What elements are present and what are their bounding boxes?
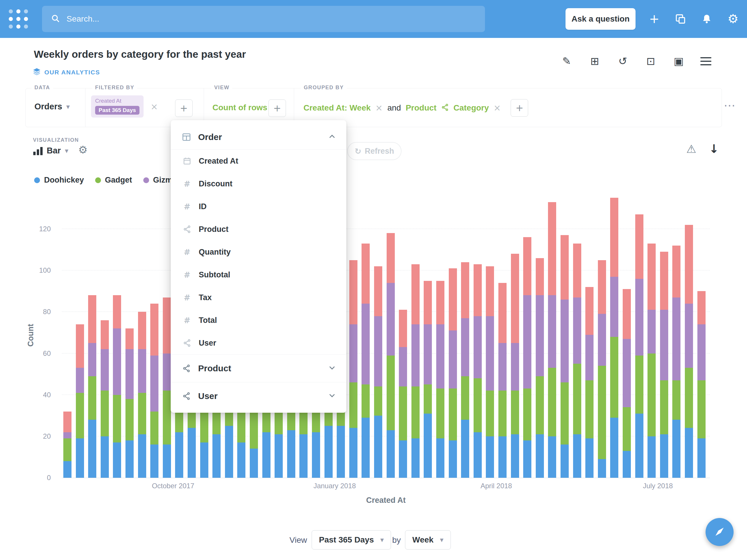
bar-segment-gizmo[interactable]	[76, 368, 84, 393]
bar-segment-gizmo[interactable]	[660, 310, 668, 380]
add-to-dashboard-icon[interactable]: ⊞	[588, 55, 601, 68]
bar-segment-gizmo[interactable]	[473, 316, 482, 378]
bar-segment-gizmo[interactable]	[685, 303, 693, 368]
field-item-discount[interactable]: #Discount	[171, 172, 346, 195]
sticker-icon[interactable]: ⊡	[644, 55, 657, 68]
bar-segment-doohickey[interactable]	[200, 443, 208, 478]
download-icon[interactable]: ↓	[709, 143, 719, 155]
field-item-product[interactable]: Product	[171, 218, 346, 241]
bar-segment-widget[interactable]	[461, 262, 469, 318]
bar-segment-widget[interactable]	[63, 411, 72, 432]
bar-segment-gizmo[interactable]	[461, 318, 469, 376]
bar-segment-gizmo[interactable]	[548, 295, 556, 368]
bar-segment-gizmo[interactable]	[498, 343, 507, 391]
bar-segment-gadget[interactable]	[138, 393, 146, 434]
bar-segment-gadget[interactable]	[362, 384, 370, 418]
bar-segment-doohickey[interactable]	[101, 436, 109, 478]
dropdown-section-order[interactable]: Order	[171, 125, 346, 149]
bar-segment-gizmo[interactable]	[697, 324, 705, 380]
menu-burger-icon[interactable]	[700, 57, 712, 65]
bar-segment-gadget[interactable]	[436, 389, 444, 438]
bar-segment-widget[interactable]	[498, 283, 507, 343]
collections-icon[interactable]	[673, 12, 688, 26]
bar-segment-widget[interactable]	[387, 233, 395, 283]
bar-segment-gizmo[interactable]	[113, 328, 121, 395]
bar-segment-gadget[interactable]	[598, 366, 606, 459]
bar-segment-widget[interactable]	[573, 243, 581, 297]
bar-segment-widget[interactable]	[585, 287, 594, 335]
bar-segment-gadget[interactable]	[672, 380, 680, 420]
bar-segment-doohickey[interactable]	[610, 418, 618, 478]
bar-segment-doohickey[interactable]	[411, 438, 420, 478]
bar-segment-gadget[interactable]	[163, 391, 171, 445]
bar-segment-gizmo[interactable]	[374, 316, 382, 387]
bar-segment-doohickey[interactable]	[275, 434, 283, 478]
bar-segment-widget[interactable]	[424, 281, 432, 324]
bar-segment-widget[interactable]	[411, 264, 420, 324]
bar-segment-widget[interactable]	[362, 243, 370, 303]
dropdown-section-product[interactable]: Product	[171, 355, 346, 382]
bar-segment-widget[interactable]	[598, 260, 606, 314]
bar-segment-doohickey[interactable]	[635, 414, 643, 478]
bar-segment-gizmo[interactable]	[598, 314, 606, 366]
bar-segment-doohickey[interactable]	[188, 428, 196, 478]
bar-segment-doohickey[interactable]	[362, 418, 370, 478]
field-item-subtotal[interactable]: #Subtotal	[171, 263, 346, 286]
bar-segment-gizmo[interactable]	[150, 355, 158, 411]
bar-segment-widget[interactable]	[349, 260, 357, 324]
bar-segment-gadget[interactable]	[473, 378, 482, 432]
bar-segment-doohickey[interactable]	[536, 434, 544, 478]
bar-segment-gizmo[interactable]	[411, 324, 420, 386]
bar-segment-gizmo[interactable]	[138, 349, 146, 393]
bar-segment-gizmo[interactable]	[511, 343, 519, 391]
bar-segment-gizmo[interactable]	[672, 297, 680, 380]
more-options-icon[interactable]: ⋯	[724, 100, 735, 111]
bar-segment-gadget[interactable]	[411, 386, 420, 438]
bar-segment-doohickey[interactable]	[511, 434, 519, 478]
bar-segment-gizmo[interactable]	[523, 295, 531, 389]
field-item-quantity[interactable]: #Quantity	[171, 241, 346, 263]
warning-icon[interactable]: ⚠	[686, 143, 696, 155]
bar-segment-doohickey[interactable]	[163, 445, 171, 478]
bar-segment-widget[interactable]	[101, 320, 109, 349]
bar-segment-gadget[interactable]	[150, 411, 158, 445]
breakout-pill-week[interactable]: Created At: Week	[304, 103, 370, 113]
bar-segment-doohickey[interactable]	[548, 436, 556, 478]
bar-segment-gizmo[interactable]	[647, 310, 656, 353]
bar-segment-gizmo[interactable]	[623, 339, 631, 407]
edit-pencil-icon[interactable]: ✎	[560, 55, 573, 68]
bar-segment-gizmo[interactable]	[635, 279, 643, 355]
bar-segment-widget[interactable]	[163, 297, 171, 353]
add-breakout-button[interactable]: +	[511, 99, 528, 117]
move-collection-icon[interactable]: ▣	[672, 55, 685, 68]
metabase-logo-icon[interactable]	[8, 9, 29, 29]
bar-segment-doohickey[interactable]	[113, 443, 121, 478]
bar-segment-widget[interactable]	[138, 312, 146, 349]
bar-segment-gizmo[interactable]	[585, 335, 594, 380]
bar-segment-doohickey[interactable]	[312, 432, 320, 478]
bar-segment-gizmo[interactable]	[163, 353, 171, 391]
bar-segment-widget[interactable]	[76, 324, 84, 368]
bar-segment-widget[interactable]	[623, 289, 631, 339]
bar-segment-doohickey[interactable]	[598, 459, 606, 478]
bar-segment-gizmo[interactable]	[88, 343, 96, 376]
bar-segment-doohickey[interactable]	[660, 434, 668, 478]
bar-segment-gadget[interactable]	[523, 389, 531, 441]
bar-segment-widget[interactable]	[635, 214, 643, 278]
bar-segment-gizmo[interactable]	[424, 324, 432, 384]
visualization-settings-gear-icon[interactable]: ⚙	[78, 145, 87, 155]
bar-segment-doohickey[interactable]	[436, 438, 444, 478]
bar-segment-doohickey[interactable]	[561, 445, 569, 478]
bar-segment-gizmo[interactable]	[486, 316, 494, 391]
refresh-button[interactable]: ↻ Refresh	[347, 142, 402, 160]
bar-segment-doohickey[interactable]	[287, 430, 295, 478]
bar-segment-gizmo[interactable]	[126, 349, 134, 399]
bar-segment-doohickey[interactable]	[523, 441, 531, 478]
bar-segment-gadget[interactable]	[113, 395, 121, 443]
breakout-pill-category[interactable]: Category	[454, 103, 489, 113]
field-item-created-at[interactable]: Created At	[171, 150, 346, 172]
bar-segment-widget[interactable]	[610, 198, 618, 276]
bar-segment-doohickey[interactable]	[473, 432, 482, 478]
bar-segment-gizmo[interactable]	[387, 283, 395, 355]
bar-segment-doohickey[interactable]	[623, 451, 631, 478]
